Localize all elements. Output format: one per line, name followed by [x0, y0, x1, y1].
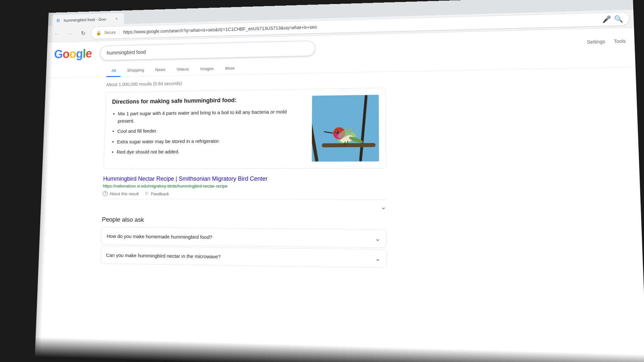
tab-more[interactable]: More — [220, 62, 240, 75]
result-divider: ⌄ — [102, 199, 386, 214]
feedback-btn[interactable]: ⚐ Feedback — [145, 191, 169, 196]
chevron-down-icon[interactable]: ⌄ — [381, 203, 386, 211]
tab-all[interactable]: All — [106, 65, 121, 77]
tab-close-btn[interactable]: × — [114, 16, 119, 21]
ask-item-header-1[interactable]: How do you make homemade hummingbird foo… — [101, 227, 386, 247]
browser-window: G hummingbird food - Goo × ← → ↻ 🔒 Secur… — [35, 0, 644, 362]
search-icon[interactable]: 🔍 — [614, 15, 623, 23]
address-separator: | — [119, 29, 120, 35]
logo-o1: o — [62, 47, 69, 60]
list-item: Red dye should not be added. — [110, 147, 305, 156]
back-button[interactable]: ← — [51, 28, 62, 40]
snippet-title: Directions for making safe hummingbird f… — [112, 96, 306, 105]
active-tab[interactable]: G hummingbird food - Goo × — [52, 13, 124, 26]
list-item: Cool and fill feeder. — [111, 126, 305, 135]
hummingbird-svg — [312, 95, 379, 162]
list-item: Extra sugar water may be stored in a ref… — [111, 137, 305, 145]
refresh-button[interactable]: ↻ — [77, 27, 89, 39]
tab-news[interactable]: News — [150, 64, 170, 76]
ask-chevron-2: ⌄ — [375, 254, 381, 263]
snippet-list: Mix 1 part sugar with 4 parts water and … — [110, 108, 305, 156]
people-also-ask-title: People also ask — [102, 216, 386, 225]
lock-icon: 🔒 — [96, 30, 101, 35]
header-right: Settings Tools — [587, 39, 626, 45]
source-url: https://nationalzoo.si.edu/migratory-bir… — [103, 184, 386, 189]
google-logo: Google — [54, 47, 92, 61]
source-link[interactable]: Hummingbird Nectar Recipe | Smithsonian … — [103, 175, 386, 182]
search-box-wrapper[interactable] — [100, 41, 315, 60]
featured-snippet: Directions for making safe hummingbird f… — [104, 88, 386, 169]
list-item: Mix 1 part sugar with 4 parts water and … — [111, 108, 305, 125]
forward-icon: → — [67, 30, 73, 37]
logo-g2: g — [76, 47, 83, 60]
ask-item-1[interactable]: How do you make homemade hummingbird foo… — [101, 227, 386, 248]
tools-link[interactable]: Tools — [614, 39, 626, 44]
ask-chevron-1: ⌄ — [375, 234, 381, 243]
logo-e: e — [86, 47, 92, 60]
settings-link[interactable]: Settings — [587, 39, 605, 45]
svg-rect-1 — [312, 95, 379, 162]
ask-question-2: Can you make hummingbird nectar in the m… — [106, 252, 221, 259]
google-page: Google Settings Tools All Shopping News … — [35, 27, 644, 362]
feedback-icon: ⚐ — [145, 191, 149, 196]
ask-item-header-2[interactable]: Can you make hummingbird nectar in the m… — [101, 246, 386, 268]
hummingbird-image[interactable] — [312, 95, 379, 162]
results-area: About 1,000,000 results (0.94 seconds) D… — [38, 67, 643, 279]
snippet-content: Directions for making safe hummingbird f… — [110, 96, 306, 162]
tab-title: hummingbird food - Goo — [64, 17, 106, 22]
ask-question-1: How do you make homemade hummingbird foo… — [107, 233, 212, 240]
svg-text:G: G — [57, 18, 60, 23]
about-result-btn[interactable]: ? About this result — [103, 191, 139, 196]
back-icon: ← — [54, 31, 60, 37]
search-input[interactable] — [100, 41, 315, 60]
question-icon: ? — [103, 191, 108, 196]
refresh-icon: ↻ — [81, 30, 86, 37]
svg-rect-4 — [322, 143, 375, 147]
mic-icon[interactable]: 🎤 — [602, 15, 611, 23]
source-section: Hummingbird Nectar Recipe | Smithsonian … — [103, 175, 386, 197]
ask-item-2[interactable]: Can you make hummingbird nectar in the m… — [101, 246, 387, 268]
tab-images[interactable]: Images — [195, 63, 219, 76]
address-icons: 🎤 🔍 — [602, 15, 623, 23]
forward-button[interactable]: → — [64, 28, 75, 39]
logo-o2: o — [69, 47, 76, 60]
people-also-ask-section: People also ask How do you make homemade… — [101, 216, 387, 268]
secure-label: Secure — [104, 30, 116, 35]
google-favicon: G — [57, 18, 62, 23]
tab-shopping[interactable]: Shopping — [122, 64, 149, 77]
logo-g: G — [54, 48, 63, 61]
tab-videos[interactable]: Videos — [171, 63, 194, 76]
source-meta: ? About this result ⚐ Feedback — [103, 191, 386, 197]
